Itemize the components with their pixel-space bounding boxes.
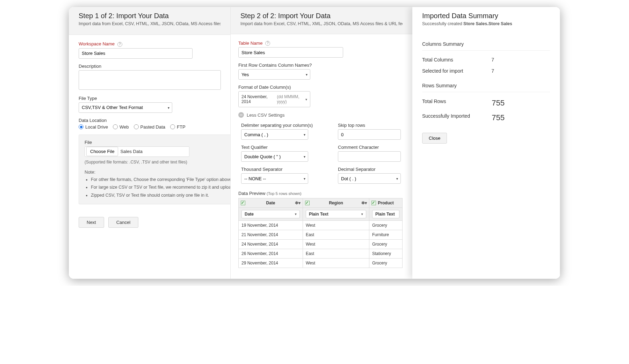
selected-columns-row: Selected for import 7 (422, 65, 550, 77)
delimiter-label: Delimiter separating your column(s) (241, 123, 327, 128)
success-message: Successfully created Store Sales.Store S… (422, 21, 550, 26)
imported-rows-row: Successfully Imported 755 (422, 110, 550, 125)
step2-subtitle: Import data from Excel, CSV, HTML, XML, … (240, 21, 403, 26)
thousand-select[interactable]: -- NONE -- (241, 173, 308, 184)
column-checkbox[interactable] (305, 201, 310, 205)
cancel-button[interactable]: Cancel (108, 217, 138, 228)
thousand-label: Thousand Separator (241, 167, 327, 172)
divider (422, 92, 550, 92)
column-checkbox[interactable] (371, 201, 376, 205)
step2-body: Table Name ? First Row Contains Column N… (231, 34, 412, 279)
total-columns-row: Total Columns 7 (422, 54, 550, 65)
chevron-down-icon: ▾ (361, 212, 363, 216)
rows-summary-heading: Rows Summary (422, 83, 550, 88)
panel-step-1: Step 1 of 2: Import Your Data Import dat… (69, 7, 231, 279)
notes-heading: Note: (85, 169, 226, 175)
textq-label: Text Qualifier (241, 145, 327, 150)
table-row: 21 November, 2014EastFurniture (239, 230, 403, 240)
radio-ftp[interactable]: FTP (170, 124, 186, 130)
file-label: File (85, 140, 226, 145)
first-row-label: First Row Contains Column Names? (238, 63, 410, 68)
minus-icon: − (238, 112, 244, 118)
table-name-label: Table Name ? (238, 41, 410, 46)
supported-formats-hint: (Supported file formats: .CSV, .TSV and … (85, 160, 226, 165)
summary-body: Columns Summary Total Columns 7 Selected… (412, 35, 560, 150)
comment-label: Comment Character (338, 145, 410, 150)
panel-summary: Imported Data Summary Successfully creat… (412, 7, 560, 279)
help-icon[interactable]: ? (265, 41, 270, 46)
workspace-name-input[interactable] (79, 48, 193, 59)
on-import-errors-label: On Import Errors (238, 278, 410, 279)
radio-web[interactable]: Web (113, 124, 129, 130)
summary-title: Imported Data Summary (422, 12, 550, 20)
note-item: For other file formats, Choose the corre… (91, 177, 226, 183)
column-header: Product (378, 201, 393, 205)
step1-body: Workspace Name ? Description File Type C… (69, 35, 230, 234)
table-name-input[interactable] (238, 47, 343, 58)
first-row-select[interactable]: Yes (238, 69, 310, 80)
column-header: Region (329, 201, 343, 205)
datalocation-label: Data Location (79, 118, 220, 123)
columns-summary-heading: Columns Summary (422, 41, 550, 47)
less-csv-toggle[interactable]: − Less CSV Settings (238, 112, 410, 118)
chevron-down-icon: ▾ (305, 97, 307, 101)
date-format-select[interactable]: 24 November, 2014 (dd MMMM, yyyy) ▾ (238, 91, 310, 107)
close-button[interactable]: Close (422, 133, 447, 144)
data-preview-title: Data Preview (Top 5 rows shown) (238, 191, 410, 196)
column-type-select[interactable]: Plain Text (372, 210, 399, 218)
note-item: Zipped CSV, TSV or Text file should cont… (91, 192, 226, 198)
step2-title: Step 2 of 2: Import Your Data (240, 12, 403, 20)
column-checkbox[interactable] (241, 201, 245, 205)
decimal-select[interactable]: Dot ( . ) (338, 173, 401, 184)
table-row: 19 November, 2014WestGrocery (239, 221, 403, 230)
delimiter-select[interactable]: Comma ( , ) (241, 129, 308, 140)
step2-header: Step 2 of 2: Import Your Data Import dat… (231, 7, 412, 34)
gear-icon[interactable]: ✻▾ (295, 201, 301, 205)
help-icon[interactable]: ? (117, 42, 122, 47)
textq-select[interactable]: Double Quote ( " ) (241, 151, 308, 162)
total-rows-row: Total Rows 755 (422, 96, 550, 110)
description-input[interactable] (79, 70, 221, 90)
choose-file-button[interactable]: Choose File (86, 147, 118, 156)
skiptop-label: Skip top rows (338, 123, 410, 128)
workspace-name-label: Workspace Name ? (79, 41, 220, 47)
table-row: 29 November, 2014WestGrocery (239, 259, 403, 268)
next-button[interactable]: Next (79, 217, 104, 228)
decimal-label: Decimal Separator (338, 167, 410, 172)
step1-title: Step 1 of 2: Import Your Data (79, 12, 220, 20)
column-type-select[interactable]: Plain Text▾ (306, 210, 366, 218)
chosen-file-name: Sales Data (120, 149, 143, 154)
radio-local-drive[interactable]: Local Drive (79, 124, 108, 130)
import-wizard: Step 1 of 2: Import Your Data Import dat… (69, 7, 560, 279)
table-row: 24 November, 2014WestGrocery (239, 240, 403, 249)
description-label: Description (79, 64, 220, 69)
file-upload-box: File Choose File Sales Data (Supported f… (79, 134, 230, 205)
date-format-label: Format of Date Column(s) (238, 85, 410, 90)
filetype-label: File Type (79, 96, 220, 101)
summary-header: Imported Data Summary Successfully creat… (412, 7, 560, 35)
datalocation-radio-group: Local Drive Web Pasted Data FTP (79, 124, 220, 130)
gear-icon[interactable]: ✻▾ (361, 201, 367, 205)
skiptop-input[interactable] (338, 129, 401, 140)
panel-step-2: Step 2 of 2: Import Your Data Import dat… (231, 7, 412, 279)
radio-pasted-data[interactable]: Pasted Data (134, 124, 166, 130)
divider (422, 50, 550, 51)
note-item: For large size CSV or TSV or Text file, … (91, 184, 226, 190)
step1-header: Step 1 of 2: Import Your Data Import dat… (69, 7, 230, 35)
column-type-select[interactable]: Date▾ (241, 210, 300, 218)
table-row: 26 November, 2014EastStationery (239, 249, 403, 259)
filetype-select[interactable]: CSV,TSV & Other Text Format (79, 102, 172, 113)
data-preview-table: Date✻▾ Region✻▾ Product Date▾ Plain Text… (238, 198, 403, 268)
csv-settings-grid: Delimiter separating your column(s) Comm… (238, 123, 410, 184)
comment-input[interactable] (338, 151, 401, 162)
notes-list: For other file formats, Choose the corre… (91, 177, 226, 199)
step1-subtitle: Import data from Excel, CSV, HTML, XML, … (79, 21, 220, 26)
chevron-down-icon: ▾ (295, 212, 297, 216)
column-header: Date (266, 201, 275, 205)
